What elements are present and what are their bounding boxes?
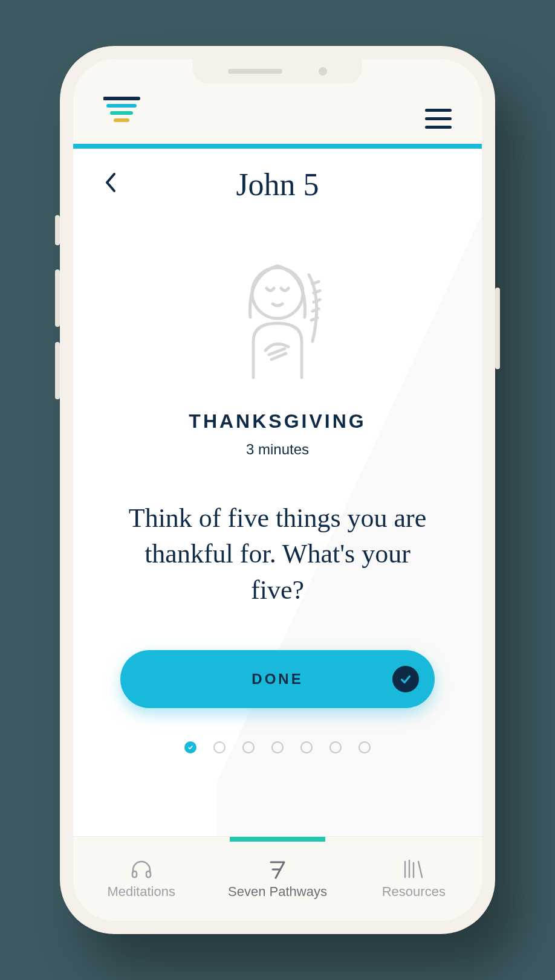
section-prompt: Think of five things you are thankful fo… [120,500,435,608]
volume-button [55,342,60,399]
power-button [495,288,500,369]
pagination-dot[interactable] [271,741,284,753]
pagination-dot[interactable] [242,741,255,753]
nav-item-seven-pathways[interactable]: Seven Pathways [209,837,345,921]
pagination-dot[interactable] [213,741,226,753]
thanksgiving-illustration-icon [217,251,338,386]
pagination-dot[interactable] [329,741,342,753]
done-button[interactable]: DONE [120,650,435,708]
check-icon [392,666,419,692]
nav-label: Resources [382,884,446,900]
svg-line-11 [418,862,422,877]
nav-label: Meditations [107,884,175,900]
nav-item-meditations[interactable]: Meditations [73,837,209,921]
phone-notch [193,59,362,83]
bottom-nav: MeditationsSeven PathwaysResources [73,836,482,921]
pagination-dot[interactable] [359,741,371,753]
seven-icon [268,859,287,879]
svg-rect-5 [132,871,137,877]
headphones-icon [131,859,152,879]
menu-icon[interactable] [425,109,452,129]
nav-active-indicator [230,837,325,842]
books-icon [401,859,426,879]
nav-label: Seven Pathways [228,884,327,900]
title-bar: John 5 [73,149,482,208]
page-title: John 5 [97,167,458,202]
pagination-dot[interactable] [300,741,313,753]
nav-item-resources[interactable]: Resources [346,837,482,921]
pagination-dot[interactable] [184,741,196,753]
phone-frame: John 5 [60,46,495,934]
back-button[interactable] [103,170,117,199]
done-button-label: DONE [252,671,303,688]
screen: John 5 [73,59,482,921]
pagination-dots [184,741,371,753]
section-duration: 3 minutes [246,441,309,458]
accent-divider [73,144,482,149]
section-heading: THANKSGIVING [189,410,366,433]
volume-button [55,215,60,245]
svg-rect-6 [146,871,151,877]
app-logo-icon [103,95,142,129]
volume-button [55,269,60,327]
main-content: THANKSGIVING 3 minutes Think of five thi… [73,208,482,836]
